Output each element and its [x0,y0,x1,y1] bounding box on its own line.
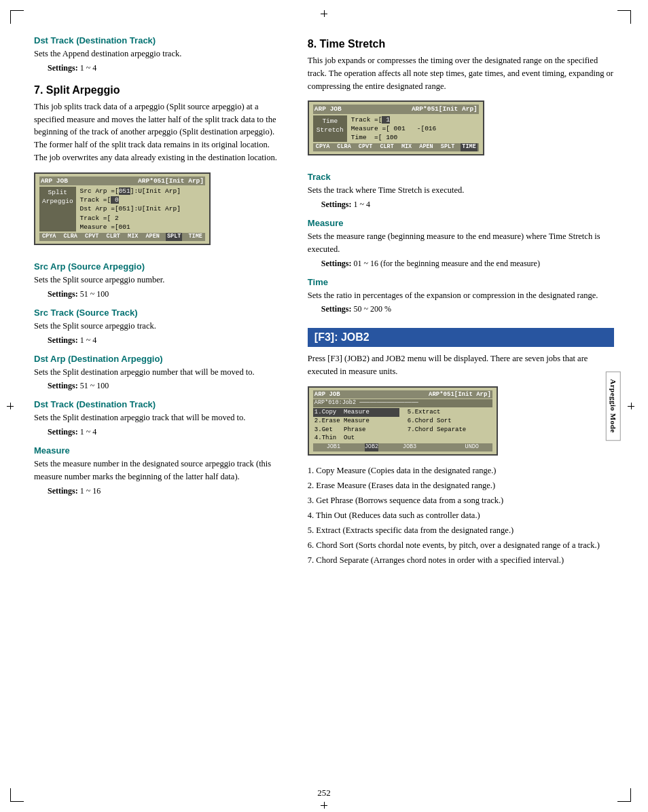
lcd-job2-item-3: 3.Get Phrase [313,426,399,435]
dst-track-body: Sets the Append destination arpeggio tra… [34,48,285,60]
track-body: Sets the track where Time Stretch is exe… [308,184,614,197]
lcd-job2-item-4: 4.Thin Out [313,434,399,443]
measure-settings-right: Settings: 01 ~ 16 (for the beginning mea… [308,259,614,269]
dst-track-settings-value: 1 ~ 4 [80,63,97,73]
lcd-job2-menu-left: 1.Copy Measure 2.Erase Measure 3.Get Phr… [313,408,399,442]
lcd-job2-header-left: ARP JOB [314,390,340,399]
lcd-ts-footer-cpya: CPYA [314,143,331,151]
dst-arp-heading: Dst Arp (Destination Arpeggio) [34,354,285,364]
lcd-ts-label: TimeStretch [313,115,347,143]
settings-label: Settings: [48,63,78,73]
time-stretch-section: 8. Time Stretch This job expands or comp… [308,38,614,314]
lcd-split-label: SplitArpeggio [39,187,76,232]
settings-label-measure-left: Settings: [48,486,78,496]
measure-body-right: Sets the measure range (beginning measur… [308,230,614,256]
lcd-job2-item-1: 1.Copy Measure [313,408,399,417]
measure-body-left: Sets the measure number in the designate… [34,458,285,483]
time-value: 50 ~ 200 % [354,304,392,314]
lcd-job2-footer-job3: JOB3 [403,443,416,451]
settings-label-track: Settings: [321,200,352,209]
lcd-ts-header-right: ARP*051[Init Arp] [412,105,478,113]
lcd-split-body: SplitArpeggio Src Arp =[051]:U[Init Arp]… [39,187,205,232]
corner-mark-tl [10,10,24,24]
time-stretch-body: This job expands or compresses the timin… [308,54,614,92]
list-item-1: 1. Copy Measure (Copies data in the desi… [308,464,614,477]
dst-track2-value: 1 ~ 4 [80,427,97,437]
split-arpeggio-body: This job splits track data of a arpeggio… [34,100,285,164]
measure-heading-left: Measure [34,445,285,456]
track-heading: Track [308,172,614,182]
dst-track2-settings: Settings: 1 ~ 4 [34,427,285,437]
settings-label-src-arp: Settings: [48,289,78,299]
lcd-ts-footer-cpvt: CPVT [357,143,374,151]
lcd-ts-footer-apen: APEN [418,143,434,151]
track-value: 1 ~ 4 [354,200,371,209]
lcd-footer-cpvt: CPVT [84,233,100,241]
list-item-7: 7. Chord Separate (Arranges chord notes … [308,553,614,567]
lcd-split-values: Src Arp =[051]:U[Init Arp] Track =[ 0 Ds… [80,187,181,232]
src-track-settings: Settings: 1 ~ 4 [34,335,285,346]
lcd-split-footer: CPYA CLRA CPVT CLRT MIX APEN SPLT TIME [39,233,205,241]
src-arp-value: 51 ~ 100 [80,289,109,299]
corner-mark-br [617,788,631,802]
measure-value-left: 1 ~ 16 [80,486,101,496]
side-tab: Arpeggio Mode [606,371,621,441]
dst-track-section: Dst Track (Destination Track) Sets the A… [34,35,285,73]
list-item-2: 2. Erase Measure (Erases data in the des… [308,479,614,492]
dst-track-settings: Settings: 1 ~ 4 [34,63,285,73]
src-arp-heading: Src Arp (Source Arpeggio) [34,261,285,272]
lcd-job2-footer-job1: JOB1 [327,443,340,451]
list-item-6: 6. Chord Sort (Sorts chordal note events… [308,538,614,552]
lcd-ts-footer-splt: SPLT [439,143,456,151]
dst-track2-body: Sets the Split destination arpeggio trac… [34,411,285,424]
f3-job2-body: Press [F3] (JOB2) and JOB2 menu will be … [308,352,614,378]
job2-numbered-list: 1. Copy Measure (Copies data in the desi… [308,464,614,567]
lcd-ts-footer-clra: CLRA [336,143,352,151]
src-arp-body: Sets the Split source arpeggio number. [34,274,285,287]
dst-arp-settings: Settings: 51 ~ 100 [34,381,285,391]
lcd-ts-footer-clrt: CLRT [378,143,395,151]
settings-label-src-track: Settings: [48,335,78,345]
right-column: 8. Time Stretch This job expands or comp… [301,27,614,785]
lcd-job2-footer: JOB1 JOB2 JOB3 UNDO [313,443,492,451]
lcd-split-header: ARP JOB ARP*051[Init Arp] [39,177,205,185]
time-stretch-title: 8. Time Stretch [308,38,614,50]
dst-arp-body: Sets the Split destination arpeggio numb… [34,366,285,379]
lcd-job2-footer-job2: JOB2 [365,443,378,451]
lcd-job2-subheader: ARP*010:Job2 ───────────────── [313,399,492,407]
lcd-ts-header: ARP JOB ARP*051[Init Arp] [313,105,479,113]
measure-heading-right: Measure [308,218,614,228]
src-track-heading: Src Track (Source Track) [34,308,285,318]
lcd-job2-footer-undo: UNDO [465,443,479,451]
lcd-job2-item-7: 7.Chord Separate [406,426,492,435]
lcd-ts-footer: CPYA CLRA CPVT CLRT MIX APEN SPLT TIME [313,143,479,151]
time-body: Sets the ratio in percentages of the exp… [308,289,614,302]
lcd-job2-menu: 1.Copy Measure 2.Erase Measure 3.Get Phr… [313,408,492,442]
lcd-footer-cpya: CPYA [41,233,57,241]
f3-banner: [F3]: JOB2 [308,328,614,347]
lcd-job2-header: ARP JOB ARP*051[Init Arp] [313,390,492,399]
measure-settings-left: Settings: 1 ~ 16 [34,486,285,496]
time-settings: Settings: 50 ~ 200 % [308,304,614,314]
lcd-time-stretch: ARP JOB ARP*051[Init Arp] TimeStretch Tr… [308,100,484,155]
src-arp-settings: Settings: 51 ~ 100 [34,289,285,299]
lcd-footer-time: TIME [187,233,204,241]
src-track-value: 1 ~ 4 [80,335,97,345]
src-track-body: Sets the Split source arpeggio track. [34,320,285,333]
dst-track-heading: Dst Track (Destination Track) [34,35,285,45]
lcd-ts-values: Track =[ 1 Measure =[ 001 -[016 Time =[ … [351,115,436,143]
split-arpeggio-title: 7. Split Arpeggio [34,84,285,96]
lcd-footer-clrt: CLRT [105,233,122,241]
track-settings: Settings: 1 ~ 4 [308,200,614,210]
lcd-split-arpeggio: ARP JOB ARP*051[Init Arp] SplitArpeggio … [34,172,211,246]
list-item-4: 4. Thin Out (Reduces data such as contro… [308,509,614,522]
lcd-footer-splt: SPLT [166,233,182,241]
lcd-job2-menu-right: 5.Extract 6.Chord Sort 7.Chord Separate [406,408,492,442]
dst-track2-heading: Dst Track (Destination Track) [34,399,285,409]
lcd-footer-mix: MIX [126,233,139,241]
list-item-5: 5. Extract (Extracts specific data from … [308,523,614,537]
lcd-footer-apen: APEN [144,233,160,241]
lcd-job2-item-2: 2.Erase Measure [313,417,399,426]
lcd-ts-footer-time: TIME [461,143,477,151]
split-arpeggio-section: 7. Split Arpeggio This job splits track … [34,84,285,496]
